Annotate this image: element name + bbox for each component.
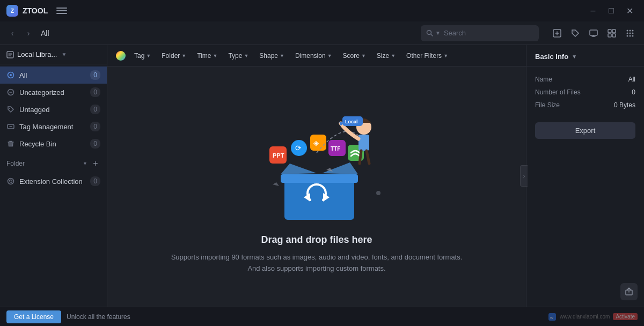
activate-badge[interactable]: Activate [613,313,638,320]
svg-rect-8 [612,34,616,37]
right-panel: › Basic Info ▼ Name All Number of Files … [526,45,644,307]
sidebar-main-section: All 0 Uncategorized 0 Untagged 0 [0,64,107,154]
svg-point-22 [9,108,10,109]
svg-point-13 [630,32,631,34]
grid-icon-button[interactable] [604,26,619,41]
drop-zone[interactable]: PPT ⟳ ◈ TTF [107,66,526,307]
apps-icon-button[interactable] [623,26,638,41]
svg-text:⟳: ⟳ [295,144,302,152]
filter-shape-button[interactable]: Shape ▼ [255,49,289,63]
svg-text:PPT: PPT [273,152,284,159]
library-selector[interactable]: Local Libra... ▼ [0,45,107,64]
sidebar-item-tag-management[interactable]: Tag Management 0 [0,118,107,135]
filter-shape-caret: ▼ [280,53,284,58]
info-row-num-files: Number of Files 0 [526,86,644,99]
folder-add-button[interactable]: + [91,159,100,168]
filter-shape-label: Shape [259,52,278,60]
filter-score-caret: ▼ [361,53,366,58]
window-controls: – □ ✕ [585,4,638,17]
filter-time-caret: ▼ [213,53,217,58]
svg-text:TTF: TTF [331,146,340,152]
search-icon: ▼ [426,29,441,36]
filter-time-label: Time [197,52,211,60]
sidebar-all-count: 0 [90,70,100,80]
filter-other-button[interactable]: Other Filters ▼ [402,49,452,63]
svg-text:w: w [550,315,553,320]
sidebar-untagged-count: 0 [90,105,100,114]
sidebar-item-recycle-bin[interactable]: Recycle Bin 0 [0,135,107,152]
filter-dimension-caret: ▼ [327,53,332,58]
watermark-text: www.dianxiaomi.com [560,314,610,320]
sidebar-item-extension-collection[interactable]: Extension Collection 0 [0,173,107,190]
drop-zone-title: Drag and drop files here [261,234,372,246]
menu-icon[interactable] [56,5,67,16]
close-button[interactable]: ✕ [621,4,638,17]
filter-other-caret: ▼ [443,53,448,58]
share-button[interactable] [620,283,638,300]
titlebar-left: Z ZTOOL [6,5,67,17]
sidebar-uncategorized-label: Uncategorized [19,88,86,97]
filter-dimension-button[interactable]: Dimension ▼ [291,49,336,63]
sidebar-untagged-label: Untagged [19,106,86,114]
filter-folder-label: Folder [162,52,180,60]
filter-time-button[interactable]: Time ▼ [193,49,222,63]
filter-other-label: Other Filters [406,52,442,60]
filter-size-caret: ▼ [391,53,396,58]
svg-point-16 [630,35,631,36]
maximize-button[interactable]: □ [603,4,619,17]
back-button[interactable]: ‹ [6,27,18,39]
filter-tag-label: Tag [134,52,144,60]
svg-point-24 [8,179,14,184]
color-circle-icon [116,51,126,61]
sidebar-extension-collection-label: Extension Collection [19,177,86,186]
info-table: Name All Number of Files 0 File Size 0 B… [526,66,644,118]
share-icon [625,287,633,296]
sidebar-item-uncategorized[interactable]: Uncategorized 0 [0,84,107,101]
filter-score-button[interactable]: Score ▼ [339,49,370,63]
filter-tag-button[interactable]: Tag ▼ [130,49,155,63]
search-input[interactable] [444,29,533,37]
svg-point-17 [632,35,634,36]
forward-button[interactable]: › [23,27,34,39]
info-num-files-value: 0 [632,88,635,96]
svg-rect-4 [590,30,597,35]
sidebar-item-untagged[interactable]: Untagged 0 [0,101,107,118]
info-name-value: All [628,76,635,83]
filter-size-button[interactable]: Size ▼ [372,49,400,63]
sidebar-item-all[interactable]: All 0 [0,66,107,84]
tag-icon-button[interactable] [568,26,583,41]
import-icon-button[interactable] [550,26,565,41]
watermark: w www.dianxiaomi.com Activate [548,313,638,321]
content-area: Tag ▼ Folder ▼ Time ▼ Type ▼ Shape ▼ Dim… [107,45,526,307]
svg-point-40 [376,191,380,195]
export-button[interactable]: Export [535,122,635,139]
get-license-button[interactable]: Get a License [6,310,61,323]
library-name: Local Libra... [17,50,57,58]
extension-collection-icon [6,177,15,186]
svg-point-9 [627,29,628,31]
svg-rect-26 [281,174,358,183]
svg-rect-5 [608,29,611,33]
info-row-file-size: File Size 0 Bytes [526,99,644,112]
svg-point-14 [632,32,634,34]
sidebar-recycle-bin-count: 0 [90,139,100,149]
panel-collapse-button[interactable]: › [520,165,528,187]
svg-point-15 [627,35,628,36]
minimize-button[interactable]: – [585,4,601,17]
filter-type-button[interactable]: Type ▼ [224,49,253,63]
breadcrumb: All [41,29,49,38]
main-layout: Local Libra... ▼ All 0 Uncategorized 0 [0,45,644,307]
sidebar-recycle-bin-label: Recycle Bin [19,140,86,148]
svg-point-3 [574,31,575,32]
all-icon [6,71,15,79]
search-bar: ▼ [421,25,539,41]
library-icon [6,51,14,58]
info-num-files-label: Number of Files [535,88,627,96]
monitor-icon-button[interactable] [586,26,601,41]
info-row-name: Name All [526,73,644,86]
sidebar-all-label: All [19,71,86,79]
filter-folder-caret: ▼ [181,53,186,58]
tag-management-icon [6,122,15,131]
filter-folder-button[interactable]: Folder ▼ [157,49,191,63]
svg-rect-37 [358,135,369,151]
